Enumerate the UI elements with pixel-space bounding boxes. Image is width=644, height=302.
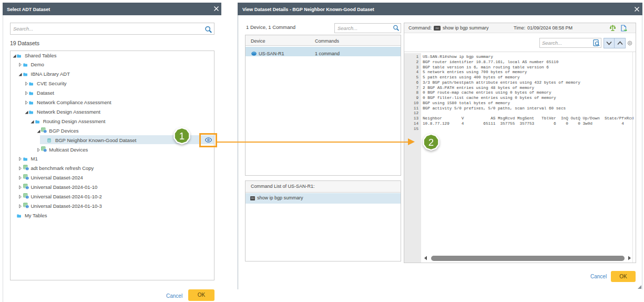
svg-text:1: 1	[179, 130, 184, 142]
svg-text:2: 2	[428, 136, 434, 147]
